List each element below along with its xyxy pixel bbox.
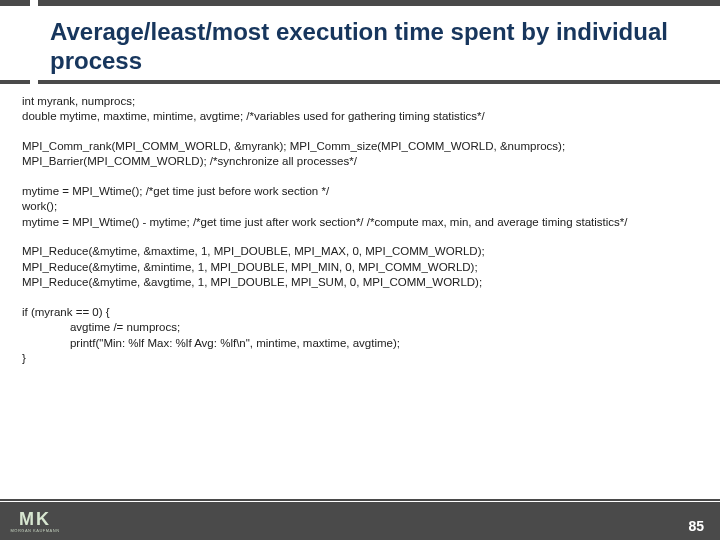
slide-content: int myrank, numprocs; double mytime, max… <box>0 84 720 367</box>
code-paragraph-1: int myrank, numprocs; double mytime, max… <box>22 94 700 125</box>
page-number: 85 <box>688 518 704 534</box>
footer-rule <box>0 499 720 501</box>
publisher-logo: MK MORGAN KAUFMANN <box>0 502 70 540</box>
title-block: Average/least/most execution time spent … <box>0 0 720 84</box>
slide-title: Average/least/most execution time spent … <box>50 18 710 76</box>
logo-main-text: MK <box>19 510 51 528</box>
title-rule-top <box>0 0 720 6</box>
code-paragraph-2: MPI_Comm_rank(MPI_COMM_WORLD, &myrank); … <box>22 139 700 170</box>
code-paragraph-4: MPI_Reduce(&mytime, &maxtime, 1, MPI_DOU… <box>22 244 700 291</box>
code-paragraph-5: if (myrank == 0) { avgtime /= numprocs; … <box>22 305 700 367</box>
code-paragraph-3: mytime = MPI_Wtime(); /*get time just be… <box>22 184 700 231</box>
title-rule-bottom <box>0 80 720 84</box>
logo-sub-text: MORGAN KAUFMANN <box>10 528 59 533</box>
footer-bar: MK MORGAN KAUFMANN 85 <box>0 502 720 540</box>
